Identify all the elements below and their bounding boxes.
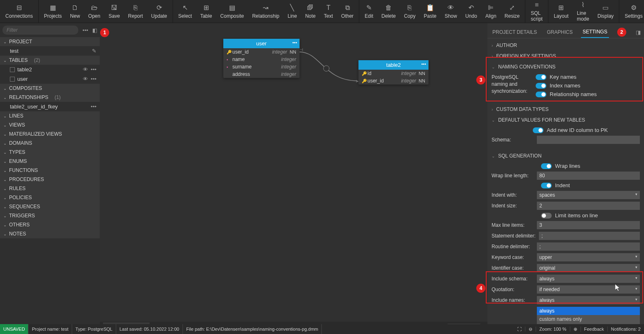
status-zoom[interactable]: Zoom: 100 % (536, 327, 570, 332)
filter-input[interactable] (2, 26, 78, 35)
tree-enums-header[interactable]: ⌄ENUMS (0, 157, 100, 166)
sidebar-collapse-icon[interactable]: ◧ (92, 27, 97, 33)
tab-settings[interactable]: SETTINGS (581, 26, 609, 38)
maxline-input[interactable] (537, 221, 640, 229)
select-button[interactable]: ↖Select (174, 0, 196, 23)
kwcase-select[interactable]: upper (537, 253, 640, 261)
toggle-relationship-names[interactable] (536, 92, 546, 97)
incnames-select[interactable]: always (537, 296, 640, 304)
wraplen-input[interactable] (537, 172, 640, 180)
more-icon[interactable]: ••• (91, 66, 96, 73)
tree-relationship-item[interactable]: table2_user_id_fkey••• (0, 102, 100, 111)
diagram-canvas[interactable]: user••• 🔑user_idintegerNN ▪nameinteger ▪… (100, 23, 487, 334)
routdel-input[interactable] (537, 242, 640, 251)
undo-button[interactable]: ↶Undo (461, 0, 481, 23)
tree-types-header[interactable]: ⌄TYPES (0, 148, 100, 157)
projects-button[interactable]: ▦Projects (40, 0, 66, 23)
align-button[interactable]: ⊫Align (481, 0, 501, 23)
edit-icon[interactable]: ✎ (92, 48, 96, 54)
text-button[interactable]: TText (320, 0, 337, 23)
section-sqlgen[interactable]: ⌄SQL GENERATION (487, 151, 644, 161)
indentwith-select[interactable]: spaces (537, 191, 640, 199)
quot-select[interactable]: if needed (537, 285, 640, 294)
tree-procedures-header[interactable]: ⌄PROCEDURES (0, 175, 100, 184)
tree-rules-header[interactable]: ⌄RULES (0, 184, 100, 193)
table-button[interactable]: ⊞Table (196, 0, 216, 23)
show-button[interactable]: 👁Show (440, 0, 461, 23)
layout-button[interactable]: ⊞Layout (550, 0, 573, 23)
table-column[interactable]: addressinteger (223, 71, 300, 78)
status-zoom-in-icon[interactable]: ⊕ (570, 327, 581, 332)
eye-icon[interactable]: 👁 (83, 66, 88, 73)
toggle-limit-items[interactable] (541, 213, 552, 219)
settings-button[interactable]: ⚙Settings (621, 0, 644, 23)
incnames-option-always[interactable]: always (537, 307, 640, 315)
incnames-option-custom[interactable]: custom names only (537, 315, 640, 323)
toggle-add-id[interactable] (533, 127, 543, 133)
status-feedback[interactable]: Feedback (581, 327, 608, 332)
copy-button[interactable]: ⎘Copy (400, 0, 419, 23)
more-icon[interactable]: ••• (91, 76, 96, 82)
toggle-key-names[interactable] (536, 74, 546, 80)
idcase-select[interactable]: original (537, 264, 640, 272)
toggle-wrap-lines[interactable] (541, 163, 552, 169)
toggle-indent[interactable] (541, 183, 552, 188)
delete-button[interactable]: 🗑Delete (377, 0, 400, 23)
open-button[interactable]: 🗁Open (84, 0, 104, 23)
tree-policies-header[interactable]: ⌄POLICIES (0, 193, 100, 202)
line-button[interactable]: ╲Line (283, 0, 301, 23)
table-column[interactable]: 🔑user_idintegerNN (358, 77, 429, 85)
tree-composites-header[interactable]: ⌄COMPOSITES (0, 84, 100, 93)
sqlscript-button[interactable]: ≡SQL script (527, 0, 547, 23)
table-table2-header[interactable]: table2••• (358, 60, 429, 70)
status-notifications[interactable]: Notifications: 2 (608, 327, 644, 332)
filter-menu-icon[interactable]: ••• (81, 27, 90, 33)
table-user-header[interactable]: user••• (223, 39, 300, 48)
tree-table-item[interactable]: user👁••• (0, 74, 100, 84)
table-column[interactable]: 🔑user_idintegerNN (223, 48, 300, 56)
tree-functions-header[interactable]: ⌄FUNCTIONS (0, 166, 100, 175)
composite-button[interactable]: ▤Composite (216, 0, 248, 23)
tree-tables-header[interactable]: ⌄TABLES (2) (0, 56, 100, 65)
tree-table-item[interactable]: table2👁••• (0, 65, 100, 74)
more-icon[interactable]: ••• (91, 103, 96, 110)
tree-sequences-header[interactable]: ⌄SEQUENCES (0, 202, 100, 211)
tree-domains-header[interactable]: ⌄DOMAINS (0, 139, 100, 148)
save-button[interactable]: 🖫Save (104, 0, 124, 23)
paste-button[interactable]: 📋Paste (419, 0, 440, 23)
schema-input[interactable] (537, 136, 640, 144)
tree-project-header[interactable]: ⌄PROJECT (0, 37, 100, 46)
other-button[interactable]: ⧉Other (337, 0, 358, 23)
table-column[interactable]: ▪surnameinteger (223, 63, 300, 71)
panel-collapse-icon[interactable]: ◨ (636, 29, 641, 35)
table-column[interactable]: ▪nameinteger (223, 56, 300, 63)
table-table2[interactable]: table2••• 🔑idintegerNN 🔑user_idintegerNN (358, 60, 429, 85)
tree-lines-header[interactable]: ⌄LINES (0, 111, 100, 120)
status-zoom-out-icon[interactable]: ⊖ (525, 327, 536, 332)
relationship-button[interactable]: ↝Relationship (248, 0, 283, 23)
section-defaults[interactable]: ⌄DEFAULT VALUES FOR NEW TABLES (487, 115, 644, 125)
note-button[interactable]: 🗊Note (301, 0, 320, 23)
tree-matviews-header[interactable]: ⌄MATERIALIZED VIEWS (0, 129, 100, 139)
new-button[interactable]: 🗋New (66, 0, 84, 23)
section-fk[interactable]: ›FOREIGN KEY SETTINGS (487, 51, 644, 61)
toggle-index-names[interactable] (536, 83, 546, 89)
stmtdel-input[interactable] (539, 232, 640, 240)
update-button[interactable]: ⟳Update (147, 0, 171, 23)
table-column[interactable]: 🔑idintegerNN (358, 70, 429, 77)
relationship-line[interactable]: ⊣ ⪫ (300, 48, 361, 85)
status-fullscreen-icon[interactable]: ⛶ (514, 327, 525, 332)
edit-button[interactable]: ✎Edit (361, 0, 377, 23)
tree-project-item[interactable]: test✎ (0, 46, 100, 56)
indentsize-input[interactable] (537, 202, 640, 210)
incschema-select[interactable]: always (537, 275, 640, 283)
tree-triggers-header[interactable]: ⌄TRIGGERS (0, 211, 100, 220)
connections-button[interactable]: ⊟Connections (1, 0, 37, 23)
section-naming[interactable]: ⌄NAMING CONVENTIONS (487, 61, 644, 72)
tree-others-header[interactable]: ⌄OTHERS (0, 220, 100, 229)
tree-views-header[interactable]: ⌄VIEWS (0, 120, 100, 129)
display-button[interactable]: ▭Display (593, 0, 618, 23)
section-custom-types[interactable]: ›CUSTOM DATA TYPES (487, 104, 644, 115)
report-button[interactable]: ⎘Report (124, 0, 147, 23)
tab-project-details[interactable]: PROJECT DETAILS (491, 27, 539, 38)
